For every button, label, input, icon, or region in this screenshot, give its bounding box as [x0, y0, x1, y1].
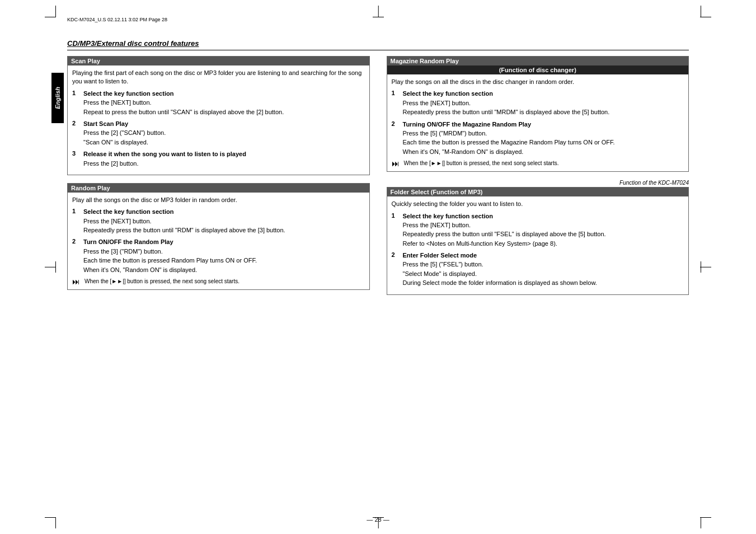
step-3-detail1: Press the [2] button.: [83, 160, 365, 168]
mrp-desc: Play the songs on all the discs in the d…: [392, 78, 684, 86]
sidebar-tab: English: [51, 73, 64, 123]
fs-step-1-title: Select the key function section: [403, 212, 684, 221]
step-2-detail1: Press the [2] ("SCAN") button.: [83, 129, 365, 137]
scan-play-header: Scan Play: [68, 57, 369, 65]
mrp-step-2-title: Turning ON/OFF the Magazine Random Play: [403, 120, 684, 129]
rp-step-num-1: 1: [72, 208, 81, 214]
fs-header-text: Folder Select (Function of MP3): [391, 189, 483, 195]
rp-step-1-content: Select the key function section Press th…: [83, 208, 365, 235]
crop-mark-ct-h: [373, 17, 384, 17]
fs-header: Folder Select (Function of MP3): [387, 188, 689, 196]
fs-body: Quickly selecting the folder you want to…: [387, 196, 689, 294]
page-title: CD/MP3/External disc control features: [67, 39, 689, 50]
fs-step-2-detail2: "Select Mode" is displayed.: [403, 270, 684, 278]
crop-mark-tr-v: [701, 6, 701, 17]
step-1-detail2: Repeat to press the button until "SCAN" …: [83, 108, 365, 116]
scan-play-step-3: 3 Release it when the song you want to l…: [72, 150, 365, 168]
mrp-note: ⏭ When the [►►|] button is pressed, the …: [392, 160, 684, 168]
fs-step-num-2: 2: [392, 251, 401, 258]
step-1-title: Select the key function section: [83, 90, 365, 98]
page-header-meta: KDC-M7024_U.S 02.12.11 3:02 PM Page 28: [67, 17, 167, 22]
step-3-title: Release it when the song you want to lis…: [83, 150, 365, 158]
step-3-content: Release it when the song you want to lis…: [83, 150, 365, 168]
mrp-step-2-detail1: Press the [5] ("MRDM") button.: [403, 129, 684, 138]
step-num-2: 2: [72, 120, 81, 127]
scan-play-desc: Playing the first part of each song on t…: [72, 69, 365, 86]
left-column: Scan Play Playing the first part of each…: [67, 56, 370, 303]
mrp-header-container: Magazine Random Play (Function of disc c…: [387, 57, 689, 74]
mrp-header-row1: Magazine Random Play: [387, 57, 689, 65]
fs-step-2: 2 Enter Folder Select mode Press the [5]…: [392, 251, 684, 288]
mrp-step-1-detail2: Repeatedly press the button until "MRDM"…: [403, 108, 684, 116]
folder-select-section: Folder Select (Function of MP3) Quickly …: [387, 187, 689, 295]
random-play-header-text: Random Play: [71, 185, 110, 191]
fs-step-2-detail1: Press the [5] ("FSEL") button.: [403, 260, 684, 269]
mrp-step-num-2: 2: [392, 120, 401, 127]
rp-step-1-detail2: Repeatedly press the button until "RDM" …: [83, 226, 365, 235]
file-info-text: KDC-M7024_U.S 02.12.11 3:02 PM Page 28: [67, 17, 167, 22]
main-content: English CD/MP3/External disc control fea…: [67, 39, 689, 500]
page-number: — 28 —: [367, 516, 389, 523]
step-1-content: Select the key function section Press th…: [83, 90, 365, 117]
mrp-step-2-detail2: Each time the button is pressed the Maga…: [403, 138, 684, 147]
rp-step-2-detail1: Press the [3] ("RDM") button.: [83, 247, 365, 256]
folder-select-container: Function of the KDC-M7024 Folder Select …: [387, 180, 689, 295]
rp-step-2-content: Turn ON/OFF the Random Play Press the [3…: [83, 238, 365, 275]
random-play-note-text: When the [►►|] button is pressed, the ne…: [84, 278, 240, 284]
fs-step-1-detail3: Refer to <Notes on Multi-function Key Sy…: [403, 240, 684, 248]
mrp-step-num-1: 1: [392, 90, 401, 96]
random-play-section: Random Play Play all the songs on the di…: [67, 183, 370, 290]
crop-mark-tr-h: [700, 17, 711, 17]
crop-mark-tl-h: [45, 17, 56, 17]
step-2-content: Start Scan Play Press the [2] ("SCAN") b…: [83, 120, 365, 147]
mrp-note-text: When the [►►|] button is pressed, the ne…: [404, 160, 559, 166]
crop-mark-ct-v: [378, 6, 378, 17]
mrp-subheader-text: (Function of disc changer): [499, 67, 576, 73]
sidebar-label: English: [54, 87, 61, 109]
scan-play-header-text: Scan Play: [71, 58, 100, 64]
magazine-random-play-section: Magazine Random Play (Function of disc c…: [387, 56, 689, 172]
step-num-3: 3: [72, 150, 81, 157]
page-wrapper: KDC-M7024_U.S 02.12.11 3:02 PM Page 28 E…: [0, 0, 756, 534]
mrp-step-1-content: Select the key function section Press th…: [403, 90, 684, 117]
crop-mark-cl-v: [55, 261, 56, 273]
scan-play-section: Scan Play Playing the first part of each…: [67, 56, 370, 175]
step-2-title: Start Scan Play: [83, 120, 365, 128]
random-play-step-2: 2 Turn ON/OFF the Random Play Press the …: [72, 238, 365, 275]
mrp-step-2-content: Turning ON/OFF the Magazine Random Play …: [403, 120, 684, 157]
rp-step-num-2: 2: [72, 238, 81, 245]
fs-step-1: 1 Select the key function section Press …: [392, 212, 684, 249]
random-play-step-1: 1 Select the key function section Press …: [72, 208, 365, 235]
random-play-body: Play all the songs on the disc or MP3 fo…: [68, 193, 369, 289]
step-num-1: 1: [72, 90, 81, 96]
scan-play-step-1: 1 Select the key function section Press …: [72, 90, 365, 117]
fs-step-1-detail1: Press the [NEXT] button.: [403, 221, 684, 229]
right-column: Magazine Random Play (Function of disc c…: [387, 56, 689, 303]
mrp-header-text: Magazine Random Play: [391, 58, 459, 64]
fs-step-2-title: Enter Folder Select mode: [403, 251, 684, 260]
crop-mark-tl-v: [55, 6, 56, 17]
note-icon: ⏭: [72, 277, 82, 286]
rp-step-2-detail3: When it's ON, "Random ON" is displayed.: [83, 266, 365, 274]
rp-step-2-title: Turn ON/OFF the Random Play: [83, 238, 365, 246]
crop-mark-br-h: [700, 517, 711, 518]
mrp-subheader: (Function of disc changer): [387, 65, 689, 74]
scan-play-step-2: 2 Start Scan Play Press the [2] ("SCAN")…: [72, 120, 365, 147]
two-column-layout: Scan Play Playing the first part of each…: [67, 56, 689, 303]
mrp-step-2-detail3: When it's ON, "M-Random ON" is displayed…: [403, 148, 684, 156]
mrp-step-1-title: Select the key function section: [403, 90, 684, 98]
random-play-note: ⏭ When the [►►|] button is pressed, the …: [72, 278, 365, 286]
mrp-body: Play the songs on all the discs in the d…: [387, 74, 689, 171]
crop-mark-cr-v: [701, 261, 701, 273]
random-play-header: Random Play: [68, 184, 369, 193]
random-play-desc: Play all the songs on the disc or MP3 fo…: [72, 196, 365, 204]
mrp-note-icon: ⏭: [392, 159, 402, 168]
rp-step-1-detail1: Press the [NEXT] button.: [83, 217, 365, 226]
fs-step-num-1: 1: [392, 212, 401, 219]
fs-step-1-detail2: Repeatedly press the button until "FSEL"…: [403, 230, 684, 238]
crop-mark-cl-h: [45, 267, 56, 268]
crop-mark-bl-h: [45, 517, 56, 518]
function-label: Function of the KDC-M7024: [387, 180, 689, 186]
fs-step-1-content: Select the key function section Press th…: [403, 212, 684, 249]
crop-mark-bl-v: [55, 517, 56, 528]
